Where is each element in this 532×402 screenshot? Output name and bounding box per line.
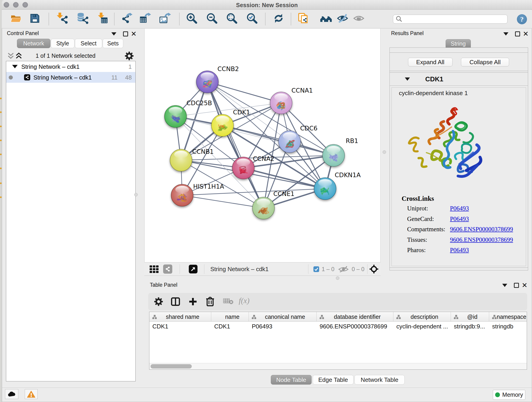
collapse-all-button[interactable]: Collapse All xyxy=(461,58,509,66)
table-panel-close-icon[interactable]: ✕ xyxy=(522,283,527,288)
network-node-RB1[interactable] xyxy=(323,144,345,166)
zoom-fit-button[interactable] xyxy=(225,12,239,26)
network-node-CDC25B[interactable] xyxy=(165,105,186,128)
column-label: shared name xyxy=(157,313,211,320)
node-table[interactable]: shared namename canonical name database … xyxy=(149,312,527,370)
export-network-button[interactable] xyxy=(120,12,133,26)
first-neighbors-button[interactable] xyxy=(319,12,333,26)
save-session-button[interactable] xyxy=(28,12,42,26)
network-node-CCNA2[interactable] xyxy=(232,157,254,179)
network-node-CDC6[interactable] xyxy=(279,131,301,153)
gene-section-header[interactable]: CDK1 xyxy=(389,72,528,86)
memory-button[interactable]: Memory xyxy=(493,390,525,400)
network-node-CCNB2[interactable] xyxy=(196,71,218,93)
control-panel-menu-icon[interactable] xyxy=(111,32,116,36)
table-panel-menu-icon[interactable] xyxy=(502,284,507,287)
cell-shared-name[interactable]: CDK1 xyxy=(152,322,210,331)
cell-description[interactable]: cyclin-dependent ... xyxy=(396,322,450,331)
tab-node-table[interactable]: Node Table xyxy=(271,375,312,385)
network-node-CCNB1[interactable] xyxy=(170,149,192,171)
gene-collapse-icon[interactable] xyxy=(405,77,410,81)
selected-checkbox-icon[interactable] xyxy=(313,266,319,272)
open-session-button[interactable] xyxy=(9,12,23,26)
column-header-database-identifier[interactable]: database identifier xyxy=(317,312,393,322)
clone-network-icon xyxy=(298,12,310,26)
network-node-HIST1H1A[interactable] xyxy=(171,184,193,206)
results-panel-menu-icon[interactable] xyxy=(503,32,508,36)
tab-select[interactable]: Select xyxy=(75,39,102,48)
table-options-gear-icon[interactable] xyxy=(154,297,163,307)
import-network-file-button[interactable] xyxy=(55,12,69,26)
network-graph[interactable]: CCNB2CCNA1CDC25BCDK1CDC6RB1CCNB1CCNA2CDK… xyxy=(145,29,381,262)
expand-all-button[interactable]: Expand All xyxy=(408,58,452,66)
hidden-eye-icon[interactable] xyxy=(338,265,349,274)
crosslink-link[interactable]: 9606.ENSP00000378699 xyxy=(450,226,513,233)
import-network-db-button[interactable] xyxy=(76,12,89,26)
network-node-CDK1[interactable] xyxy=(211,114,234,136)
export-network-icon xyxy=(120,12,133,26)
cell-namespace[interactable]: stringdb xyxy=(492,322,527,331)
export-table-button[interactable] xyxy=(138,12,152,26)
cell-@id[interactable]: stringdb:9... xyxy=(454,322,488,331)
control-panel-close-icon[interactable]: ✕ xyxy=(131,32,137,36)
tab-edge-table[interactable]: Edge Table xyxy=(313,375,354,385)
zoom-in-button[interactable] xyxy=(185,12,199,26)
birdseye-crosshair-icon[interactable] xyxy=(369,264,379,274)
tab-sets[interactable]: Sets xyxy=(103,39,123,48)
cell-canonical-name[interactable]: P06493 xyxy=(252,322,316,331)
function-builder-icon[interactable]: f(x) xyxy=(239,296,249,305)
hide-selected-button[interactable] xyxy=(336,12,349,26)
cloud-status-button[interactable] xyxy=(5,389,18,399)
search-field[interactable] xyxy=(393,15,507,24)
network-canvas[interactable]: CCNB2CCNA1CDC25BCDK1CDC6RB1CCNB1CCNA2CDK… xyxy=(144,29,380,262)
network-collection-row[interactable]: String Network – cdk1 1 xyxy=(6,61,135,72)
tab-string[interactable]: String xyxy=(446,39,471,48)
column-header-namespace[interactable]: namespace xyxy=(489,312,527,322)
zoom-out-button[interactable] xyxy=(205,12,219,26)
horizontal-scrollbar[interactable] xyxy=(149,363,527,370)
bottom-splitter-handle[interactable] xyxy=(336,276,339,280)
results-panel-float-icon[interactable] xyxy=(515,32,520,36)
crosslink-link[interactable]: P06493 xyxy=(450,216,469,223)
export-image-button[interactable] xyxy=(158,12,172,26)
scrollbar-thumb[interactable] xyxy=(151,364,192,369)
right-splitter-handle[interactable] xyxy=(383,150,386,154)
open-in-new-window-button[interactable] xyxy=(189,265,197,274)
crosslink-link[interactable]: P06493 xyxy=(450,247,469,254)
network-options-gear-icon[interactable] xyxy=(125,51,134,61)
show-all-button[interactable] xyxy=(352,12,366,26)
crosslink-link[interactable]: P06493 xyxy=(450,205,469,212)
clone-network-button[interactable] xyxy=(297,12,310,26)
column-header-description[interactable]: description xyxy=(393,312,451,322)
tab-network[interactable]: Network xyxy=(17,39,51,48)
grid-view-icon[interactable] xyxy=(149,264,159,275)
delete-table-icon[interactable] xyxy=(223,298,234,306)
left-splitter-handle[interactable] xyxy=(134,193,138,196)
column-header-canonical-name[interactable]: canonical name xyxy=(249,312,317,322)
help-button[interactable]: ? xyxy=(517,14,527,24)
column-header-shared-name[interactable]: shared name xyxy=(149,312,211,322)
show-columns-icon[interactable] xyxy=(171,297,180,307)
network-node-CCNE1[interactable] xyxy=(253,197,274,219)
column-header-name[interactable]: name xyxy=(211,312,249,322)
delete-column-icon[interactable] xyxy=(206,297,215,307)
network-node-CDKN1A[interactable] xyxy=(314,178,336,200)
import-table-button[interactable] xyxy=(95,12,109,26)
zoom-selected-button[interactable] xyxy=(245,12,259,26)
control-panel-float-icon[interactable] xyxy=(123,32,128,36)
crosslink-link[interactable]: 9606.ENSP00000378699 xyxy=(450,236,513,243)
network-node-CCNA1[interactable] xyxy=(270,92,292,114)
table-panel-float-icon[interactable] xyxy=(514,283,519,288)
apply-layout-button[interactable] xyxy=(272,12,285,26)
warnings-button[interactable] xyxy=(25,389,38,399)
add-column-icon[interactable] xyxy=(188,297,197,307)
results-panel-close-icon[interactable]: ✕ xyxy=(523,32,529,36)
column-header-@id[interactable]: @id xyxy=(451,312,489,322)
collection-expand-icon[interactable] xyxy=(12,65,18,68)
tab-style[interactable]: Style xyxy=(51,39,75,48)
network-row-selected[interactable]: String Network – cdk1 11 48 xyxy=(6,72,135,83)
cell-name[interactable]: CDK1 xyxy=(214,322,248,331)
cell-database-identifier[interactable]: 9606.ENSP00000378699 xyxy=(320,322,393,331)
tab-network-table[interactable]: Network Table xyxy=(355,375,405,385)
view-share-button[interactable] xyxy=(163,264,172,274)
